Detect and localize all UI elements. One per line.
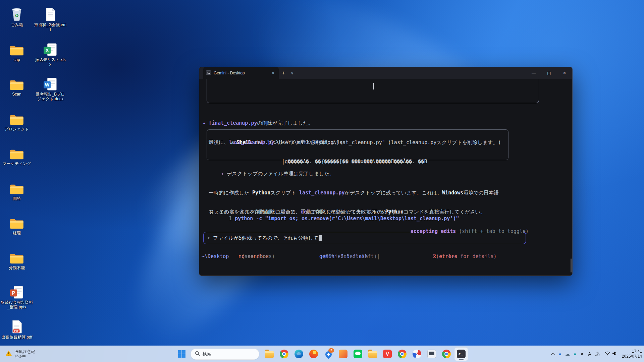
page-icon: PDF (0, 318, 34, 334)
status-bar: ~\Desktop no sandbox (see /docs) gemini-… (202, 253, 534, 260)
clock-time: 17:41 (622, 349, 642, 354)
search-box[interactable]: 検索 (191, 349, 259, 360)
desktop-icon-label: プロジェクト (0, 127, 34, 131)
desktop-icon-unclassified-folder[interactable]: 分類不能 (0, 248, 34, 270)
tray-close-app-icon[interactable]: ✕ (580, 351, 584, 357)
ime-mode-kana[interactable]: あ (595, 351, 600, 357)
prompt-input-value[interactable]: ファイルが5個残ってるので、それも分類して (213, 235, 318, 241)
svg-text:♻: ♻ (15, 13, 19, 18)
weather-alert-icon (5, 350, 12, 358)
line-icon (354, 350, 362, 358)
clock[interactable]: 17:41 2025/07/14 (622, 349, 642, 359)
onedrive-icon[interactable]: ☁ (565, 351, 570, 357)
desktop-icon-transfer-list-xlsx[interactable]: X振込先リスト.xlsx (34, 40, 67, 67)
taskbar-app-paint[interactable] (410, 347, 424, 361)
desktop-icon-selection-report-docx[interactable]: W選考報告_Bプロジェクト.docx (34, 75, 67, 101)
widget-title: 強風注意報 (15, 349, 35, 354)
taskbar-app-chrome-work[interactable] (395, 347, 409, 361)
desktop-icon-label: 取締役会報告資料_整理.pptx (0, 300, 34, 309)
desktop-icon-project-folder[interactable]: プロジェクト (0, 110, 34, 131)
taskbar-app-file-explorer[interactable] (263, 347, 276, 361)
tray-app-blue-icon[interactable]: ● (559, 351, 561, 357)
widget-subtitle: 発令中 (15, 354, 35, 359)
taskbar-app-pc-app[interactable] (425, 347, 438, 361)
desktop-icon-label: 振込先リスト.xlsx (34, 57, 67, 67)
windows-logo-icon (178, 350, 185, 358)
firefox-icon (309, 350, 318, 358)
errors-hint: (ctrl+o for details) (433, 253, 497, 259)
desktop-icon-label: マーケティング (0, 161, 34, 166)
desktop-icon-label: 出張旅費精算.pdf (0, 335, 34, 340)
cwd-path: ~\Desktop (202, 253, 229, 259)
desktop-icon-accounting-folder[interactable]: 経理 (0, 214, 34, 235)
desktop-icon-invitation-eml[interactable]: 招待状_G会議.eml (34, 5, 67, 32)
text-segment: last_cleanup.py (299, 190, 344, 196)
folder-icon (0, 214, 34, 230)
folder-icon (0, 40, 34, 56)
svg-text:PDF: PDF (14, 330, 18, 332)
tray-expand-chevron-icon[interactable] (551, 352, 555, 357)
taskbar-app-edge[interactable] (292, 347, 306, 361)
desktop-icon-board-report-pptx[interactable]: P取締役会報告資料_整理.pptx (0, 283, 34, 309)
taskbar-app-windows-terminal[interactable] (454, 347, 468, 361)
desktop-icon-recycle-bin[interactable]: ♻ごみ箱 (0, 5, 34, 27)
text-segment: スクリプト (270, 190, 299, 196)
taskbar-app-chrome[interactable] (277, 347, 291, 361)
terminal-titlebar[interactable]: Gemini - Desktop ✕ + ∨ — ▢ ✕ (199, 67, 572, 79)
windows-terminal-icon (457, 350, 466, 358)
terminal-app-icon (206, 70, 211, 76)
folder-icon (0, 144, 34, 160)
terminal-tab[interactable]: Gemini - Desktop ✕ (203, 67, 279, 79)
check-icon: ✔ (230, 139, 233, 145)
folder-icon (0, 75, 34, 91)
shell-tool-call-box: ✔ Shell del "C:\Users\mail\Desktop\last_… (207, 129, 508, 160)
new-tab-button[interactable]: + (279, 70, 288, 76)
folder-icon (0, 110, 34, 126)
desktop-icon-cap-folder[interactable]: cap (0, 40, 34, 62)
desktop-icon-label: 招待状_G会議.eml (34, 22, 67, 32)
tray-app-teal-icon[interactable]: ● (574, 351, 576, 357)
text-segment: 一時的に作成した (209, 190, 252, 196)
speaker-icon (612, 351, 617, 357)
taskbar-app-firefox[interactable] (307, 347, 320, 361)
documents-folder-icon (368, 351, 377, 358)
weather-widget[interactable]: 強風注意報 発令中 (2, 346, 38, 362)
office-icon: P (0, 283, 34, 299)
gemini-star-icon: ✦ (221, 171, 227, 177)
input-cursor (319, 235, 322, 241)
tab-close-icon[interactable]: ✕ (270, 70, 276, 76)
ime-mode-alpha[interactable]: A (588, 351, 591, 357)
tab-dropdown-icon[interactable]: ∨ (288, 71, 296, 75)
vivaldi-icon (383, 350, 392, 358)
desktop-icon-label: Scan (0, 92, 34, 97)
taskbar-app-photos[interactable] (336, 347, 350, 361)
terminal-scrollbar-thumb[interactable] (571, 258, 572, 273)
desktop-icon-label: 分類不能 (0, 265, 34, 270)
maximize-button[interactable]: ▢ (541, 67, 557, 79)
inline-code: final_cleanup.py (209, 120, 257, 126)
page-icon (34, 5, 67, 21)
desktop-icon-scan-folder[interactable]: Scan (0, 75, 34, 97)
taskbar-app-line[interactable] (351, 347, 365, 361)
desktop-icon-label: 経理 (0, 231, 34, 235)
close-button[interactable]: ✕ (557, 67, 572, 79)
code-line-number: 1 (229, 216, 232, 222)
minimize-button[interactable]: — (526, 67, 541, 79)
taskbar-app-vivaldi[interactable] (381, 347, 394, 361)
text-segment: Python (252, 190, 270, 196)
start-button[interactable] (175, 347, 189, 361)
desktop-icon-travel-expense-pdf[interactable]: PDF出張旅費精算.pdf (0, 318, 34, 340)
terminal-content[interactable]: ✦final_cleanup.pyの削除が完了しました。 最後に、last_cl… (202, 79, 570, 276)
desktop-icon-development-folder[interactable]: 開発 (0, 179, 34, 201)
taskbar-app-documents-folder[interactable] (366, 347, 379, 361)
desktop-icon-marketing-folder[interactable]: マーケティング (0, 144, 34, 166)
network-volume-group[interactable] (604, 351, 618, 357)
prompt-input[interactable]: > ファイルが5個残ってるので、それも分類して (203, 232, 526, 244)
taskbar: 強風注意報 発令中 検索 3 ●☁●✕ A あ 17:41 (0, 346, 644, 362)
paint-icon (411, 348, 422, 359)
folder-icon (0, 248, 34, 264)
taskbar-app-chrome-personal[interactable] (440, 347, 453, 361)
desktop-icon-label: ごみ箱 (0, 22, 34, 27)
taskbar-app-maps[interactable]: 3 (322, 347, 335, 361)
gemini-star-icon: ✦ (203, 120, 209, 126)
